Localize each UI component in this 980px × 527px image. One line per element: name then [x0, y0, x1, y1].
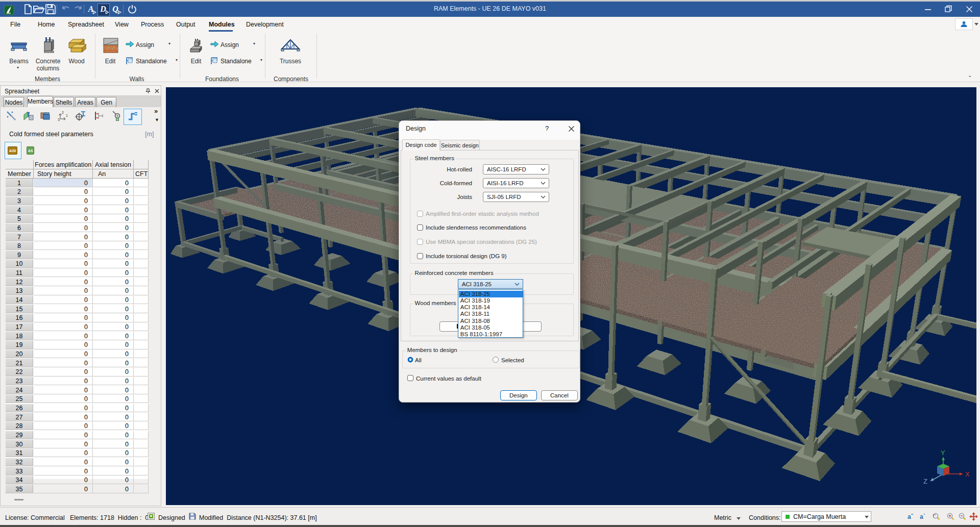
svg-text:Y: Y [941, 449, 945, 457]
svg-text:3: 3 [58, 118, 60, 121]
svg-text:X: X [965, 470, 970, 478]
svg-text:1: 1 [66, 114, 68, 117]
svg-text:Z: Z [923, 478, 927, 485]
svg-text:2: 2 [62, 111, 64, 114]
